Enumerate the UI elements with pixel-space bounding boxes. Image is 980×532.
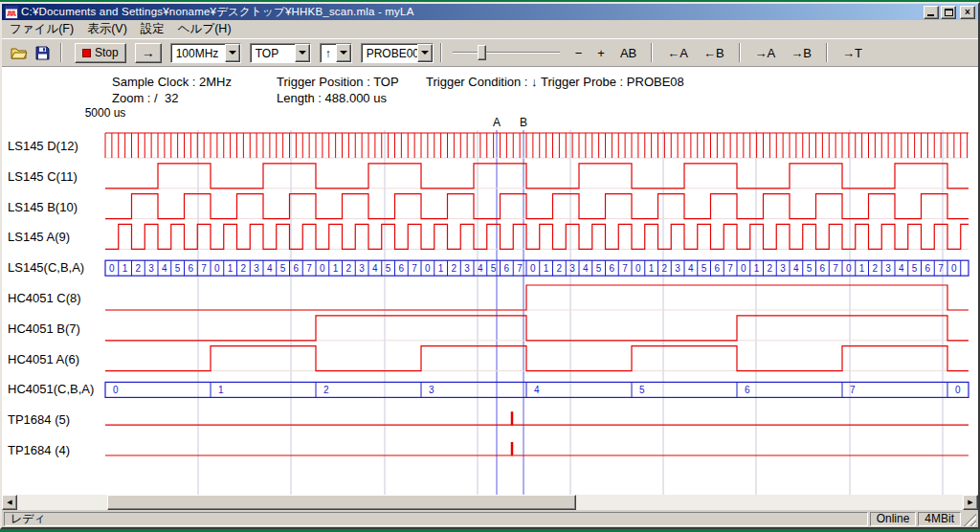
stop-button[interactable]: Stop [75,43,126,63]
bus-value: 2 [136,263,142,274]
bus-value: 0 [113,385,119,395]
ab-button[interactable]: AB [615,44,641,62]
position-slider[interactable] [453,43,560,62]
bus-value: 5 [702,263,707,274]
app-window: C:¥Documents and Settings¥noname¥デスクトップ¥… [0,2,980,529]
title-bar[interactable]: C:¥Documents and Settings¥noname¥デスクトップ¥… [2,4,978,20]
scroll-right-button[interactable]: ▶ [963,495,978,510]
bus-value: 5 [596,263,602,274]
menu-view[interactable]: 表示(V) [80,19,134,39]
bus-value: 4 [478,263,483,274]
goto-b-left-button[interactable]: ←B [699,44,729,62]
channel-label: TP1684 (4) [8,443,70,457]
horizontal-scrollbar[interactable]: ◀ ▶ [2,495,978,510]
bus-value: 0 [320,263,325,274]
bus-value: 3 [885,263,891,274]
app-icon [5,6,18,19]
chevron-down-icon[interactable] [336,44,351,62]
bus-value: 5 [280,263,286,274]
bus-value: 6 [294,263,300,274]
bus-value: 7 [727,263,733,274]
waveform-square [105,346,969,371]
marker-label-B: B [520,116,527,129]
waveform-client-area: Sample Clock : 2MHz Trigger Position : T… [2,66,978,495]
close-button[interactable]: × [960,6,975,19]
bus-value: 2 [873,263,879,274]
waveform-plot: 5000 usABLS145 D(12)LS145 C(11)LS145 B(1… [2,67,978,495]
zoom-button-group: −+AB←A←B→A→B→T [568,43,870,62]
menu-settings[interactable]: 設定 [134,19,171,39]
bus-value: 4 [162,263,167,274]
channel-label: LS145(C,B,A) [8,260,84,275]
bus-value: 6 [610,263,615,274]
bus-value: 6 [925,263,931,274]
bus-value: 7 [833,263,838,274]
bus-value: 0 [425,263,431,274]
goto-a-left-button[interactable]: ←A [662,44,693,62]
menu-bar: ファイル(F)表示(V)設定ヘルプ(H) [2,20,978,38]
menu-help[interactable]: ヘルプ(H) [171,19,238,39]
channel-label: LS145 D(12) [8,139,78,153]
zoom-in-button[interactable]: + [592,44,610,62]
waveform-square [105,285,969,310]
bus-value: 3 [675,263,680,274]
chevron-down-icon[interactable] [225,44,240,62]
waveform-square [105,164,969,188]
time-scale-label: 5000 us [85,106,126,120]
trigger-position-select[interactable]: TOP [250,43,311,63]
bus-value: 4 [267,263,273,274]
bus-value: 6 [504,263,510,274]
bus-value: 0 [109,263,115,274]
slider-track [453,52,560,54]
bus-value: 3 [359,263,365,274]
scroll-left-button[interactable]: ◀ [2,495,17,510]
zoom-out-button[interactable]: − [570,44,588,62]
bus-value: 0 [955,385,961,395]
bus-value: 5 [175,263,181,274]
bus-value: 4 [583,263,589,274]
resize-grip[interactable] [963,512,976,526]
bus-value: 2 [241,263,247,274]
goto-trigger-button[interactable]: →T [837,44,867,62]
bus-value: 1 [122,263,128,274]
minimize-button[interactable] [924,6,939,19]
save-file-button[interactable] [31,42,54,63]
bus-value: 7 [622,263,628,274]
chevron-down-icon[interactable] [417,44,433,62]
bus-value: 5 [639,385,645,395]
trigger-edge-select[interactable]: ↑ [320,43,352,63]
toolbar-separator [440,43,442,62]
bus-value: 0 [530,263,536,274]
run-button[interactable]: → [135,43,162,63]
bus-value: 4 [793,263,799,274]
bus-value: 3 [148,263,154,274]
trigger-edge-value: ↑ [321,44,336,62]
bus-value: 2 [346,263,352,274]
toolbar-separator [739,43,741,62]
bus-value: 6 [820,263,826,274]
maximize-button[interactable] [941,6,956,19]
sample-rate-select[interactable]: 100MHz [170,43,241,63]
chevron-down-icon[interactable] [295,44,310,62]
status-online: Online [870,512,917,526]
minimize-icon [927,14,934,16]
scrollbar-thumb[interactable] [107,495,576,510]
bus-value: 7 [201,263,207,274]
bus-value: 2 [662,263,668,274]
goto-a-right-button[interactable]: →A [750,44,781,62]
probe-select[interactable]: PROBE00 [361,43,434,63]
slider-thumb[interactable] [478,45,486,60]
bus-frame [105,260,969,276]
waveform-square [105,316,969,341]
bus-value: 4 [688,263,694,274]
goto-b-right-button[interactable]: →B [786,44,816,62]
bus-value: 1 [218,385,224,395]
toolbar: Stop → 100MHz TOP ↑ PROBE00 −+AB←A←B→A→B… [2,38,978,66]
toolbar-separator [826,43,828,62]
close-icon: × [965,7,970,17]
status-bar: レディ Online 4MBit [2,510,978,527]
open-file-button[interactable] [8,42,31,63]
bus-value: 6 [745,385,750,395]
bus-value: 5 [386,263,391,274]
menu-file[interactable]: ファイル(F) [3,19,80,39]
